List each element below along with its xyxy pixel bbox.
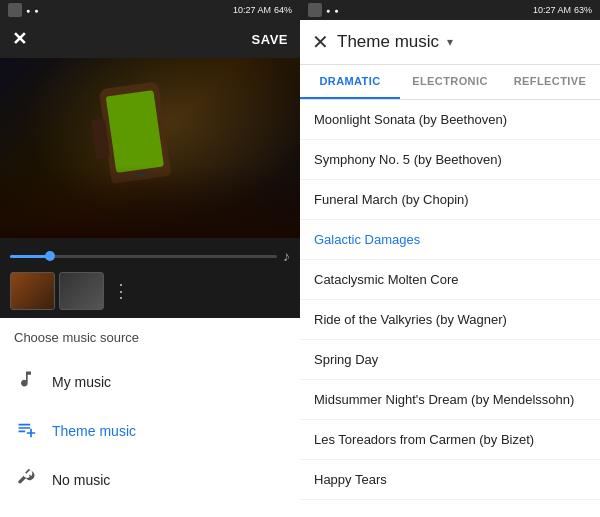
clips-row: ⋮ (10, 272, 290, 310)
theme-music-label: Theme music (52, 423, 136, 439)
right-app-icon (308, 3, 322, 17)
clip-thumbnail-1[interactable] (10, 272, 55, 310)
music-options-panel: Choose music source My music Theme music (0, 318, 300, 517)
track-item-8[interactable]: Midsummer Night's Dream (by Mendelssohn) (300, 380, 600, 420)
left-battery: 64% (274, 5, 292, 15)
right-time: 10:27 AM (533, 5, 571, 15)
right-panel: ✕ Theme music ▾ DRAMATIC ELECTRONIC REFL… (300, 20, 600, 517)
video-preview (0, 58, 300, 238)
timeline-area: ♪ ⋮ (0, 238, 300, 318)
title-dropdown-icon[interactable]: ▾ (447, 35, 453, 49)
theme-music-option[interactable]: Theme music (14, 408, 286, 453)
track-item-6[interactable]: Ride of the Valkyries (by Wagner) (300, 300, 600, 340)
track-list: Moonlight Sonata (by Beethoven)Symphony … (300, 100, 600, 517)
my-music-icon (14, 369, 38, 394)
video-frame (0, 58, 300, 238)
no-music-label: No music (52, 472, 110, 488)
right-header: ✕ Theme music ▾ (300, 20, 600, 65)
tab-dramatic[interactable]: DRAMATIC (300, 65, 400, 99)
scrubber-thumb[interactable] (45, 251, 55, 261)
left-status-dots: ● ● (26, 7, 39, 14)
clip-thumbnail-2[interactable] (59, 272, 104, 310)
track-item-5[interactable]: Cataclysmic Molten Core (300, 260, 600, 300)
left-app-icon (8, 3, 22, 17)
clip-more-icon[interactable]: ⋮ (112, 280, 130, 302)
track-item-4[interactable]: Galactic Damages (300, 220, 600, 260)
no-music-option[interactable]: No music (14, 457, 286, 502)
music-note-icon: ♪ (283, 248, 290, 264)
track-item-9[interactable]: Les Toreadors from Carmen (by Bizet) (300, 420, 600, 460)
my-music-label: My music (52, 374, 111, 390)
right-panel-title: Theme music (337, 32, 439, 52)
left-toolbar: ✕ SAVE (0, 20, 300, 58)
scrubber-track[interactable] (10, 255, 277, 258)
close-button[interactable]: ✕ (12, 28, 27, 50)
tab-reflective[interactable]: REFLECTIVE (500, 65, 600, 99)
no-music-icon (14, 467, 38, 492)
left-time: 10:27 AM (233, 5, 271, 15)
track-item-10[interactable]: Happy Tears (300, 460, 600, 500)
left-panel: ✕ SAVE (0, 20, 300, 517)
scrubber[interactable]: ♪ (10, 246, 290, 266)
right-battery: 63% (574, 5, 592, 15)
scrubber-fill (10, 255, 50, 258)
theme-music-icon (14, 418, 38, 443)
save-button[interactable]: SAVE (252, 32, 288, 47)
track-item-1[interactable]: Moonlight Sonata (by Beethoven) (300, 100, 600, 140)
right-status-dots: ● ● (326, 7, 339, 14)
track-item-7[interactable]: Spring Day (300, 340, 600, 380)
right-close-button[interactable]: ✕ (312, 30, 329, 54)
music-source-label: Choose music source (14, 330, 286, 345)
music-category-tabs: DRAMATIC ELECTRONIC REFLECTIVE (300, 65, 600, 100)
track-item-3[interactable]: Funeral March (by Chopin) (300, 180, 600, 220)
track-item-2[interactable]: Symphony No. 5 (by Beethoven) (300, 140, 600, 180)
tab-electronic[interactable]: ELECTRONIC (400, 65, 500, 99)
my-music-option[interactable]: My music (14, 359, 286, 404)
